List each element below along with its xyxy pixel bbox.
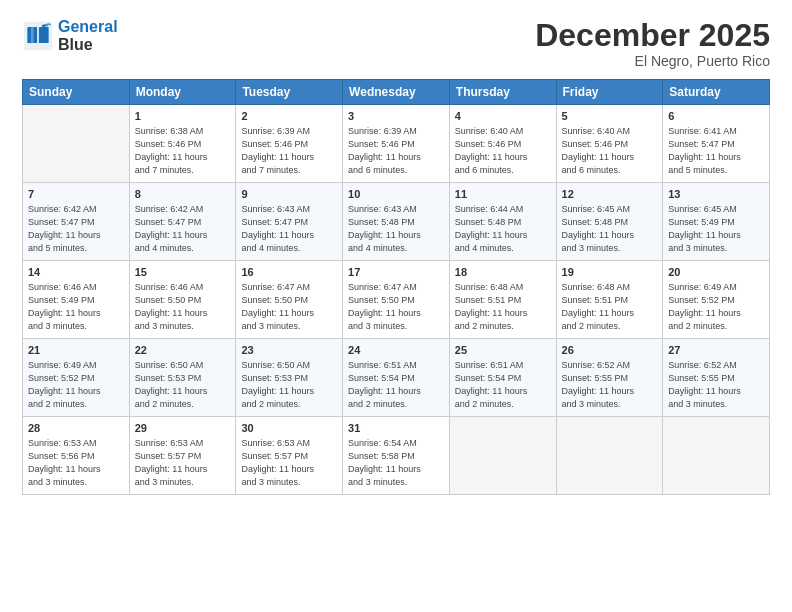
- calendar-cell: 11Sunrise: 6:44 AMSunset: 5:48 PMDayligh…: [449, 183, 556, 261]
- day-number: 9: [241, 187, 337, 202]
- day-number: 28: [28, 421, 124, 436]
- calendar-cell: 12Sunrise: 6:45 AMSunset: 5:48 PMDayligh…: [556, 183, 663, 261]
- logo-icon: [22, 20, 54, 52]
- calendar-cell: [556, 417, 663, 495]
- calendar-cell: 2Sunrise: 6:39 AMSunset: 5:46 PMDaylight…: [236, 105, 343, 183]
- day-number: 8: [135, 187, 231, 202]
- day-info: Sunrise: 6:47 AMSunset: 5:50 PMDaylight:…: [348, 282, 421, 331]
- col-header-saturday: Saturday: [663, 80, 770, 105]
- day-info: Sunrise: 6:47 AMSunset: 5:50 PMDaylight:…: [241, 282, 314, 331]
- col-header-thursday: Thursday: [449, 80, 556, 105]
- day-info: Sunrise: 6:38 AMSunset: 5:46 PMDaylight:…: [135, 126, 208, 175]
- day-info: Sunrise: 6:45 AMSunset: 5:48 PMDaylight:…: [562, 204, 635, 253]
- calendar-cell: 10Sunrise: 6:43 AMSunset: 5:48 PMDayligh…: [343, 183, 450, 261]
- day-number: 23: [241, 343, 337, 358]
- day-info: Sunrise: 6:41 AMSunset: 5:47 PMDaylight:…: [668, 126, 741, 175]
- day-info: Sunrise: 6:50 AMSunset: 5:53 PMDaylight:…: [135, 360, 208, 409]
- day-info: Sunrise: 6:48 AMSunset: 5:51 PMDaylight:…: [455, 282, 528, 331]
- calendar-cell: 21Sunrise: 6:49 AMSunset: 5:52 PMDayligh…: [23, 339, 130, 417]
- calendar-cell: 14Sunrise: 6:46 AMSunset: 5:49 PMDayligh…: [23, 261, 130, 339]
- calendar-cell: 1Sunrise: 6:38 AMSunset: 5:46 PMDaylight…: [129, 105, 236, 183]
- calendar-cell: 13Sunrise: 6:45 AMSunset: 5:49 PMDayligh…: [663, 183, 770, 261]
- calendar-cell: 3Sunrise: 6:39 AMSunset: 5:46 PMDaylight…: [343, 105, 450, 183]
- calendar-cell: 7Sunrise: 6:42 AMSunset: 5:47 PMDaylight…: [23, 183, 130, 261]
- week-row-2: 7Sunrise: 6:42 AMSunset: 5:47 PMDaylight…: [23, 183, 770, 261]
- day-number: 21: [28, 343, 124, 358]
- day-number: 10: [348, 187, 444, 202]
- day-info: Sunrise: 6:42 AMSunset: 5:47 PMDaylight:…: [135, 204, 208, 253]
- day-info: Sunrise: 6:54 AMSunset: 5:58 PMDaylight:…: [348, 438, 421, 487]
- day-info: Sunrise: 6:53 AMSunset: 5:57 PMDaylight:…: [241, 438, 314, 487]
- calendar-cell: 9Sunrise: 6:43 AMSunset: 5:47 PMDaylight…: [236, 183, 343, 261]
- day-info: Sunrise: 6:49 AMSunset: 5:52 PMDaylight:…: [668, 282, 741, 331]
- calendar-cell: 6Sunrise: 6:41 AMSunset: 5:47 PMDaylight…: [663, 105, 770, 183]
- day-number: 17: [348, 265, 444, 280]
- day-number: 12: [562, 187, 658, 202]
- page: General Blue December 2025 El Negro, Pue…: [0, 0, 792, 612]
- calendar-cell: 31Sunrise: 6:54 AMSunset: 5:58 PMDayligh…: [343, 417, 450, 495]
- title-block: December 2025 El Negro, Puerto Rico: [535, 18, 770, 69]
- day-number: 4: [455, 109, 551, 124]
- calendar-cell: 5Sunrise: 6:40 AMSunset: 5:46 PMDaylight…: [556, 105, 663, 183]
- day-info: Sunrise: 6:52 AMSunset: 5:55 PMDaylight:…: [668, 360, 741, 409]
- day-number: 1: [135, 109, 231, 124]
- day-number: 7: [28, 187, 124, 202]
- day-info: Sunrise: 6:40 AMSunset: 5:46 PMDaylight:…: [455, 126, 528, 175]
- col-header-friday: Friday: [556, 80, 663, 105]
- col-header-tuesday: Tuesday: [236, 80, 343, 105]
- calendar-cell: 27Sunrise: 6:52 AMSunset: 5:55 PMDayligh…: [663, 339, 770, 417]
- day-number: 14: [28, 265, 124, 280]
- day-number: 22: [135, 343, 231, 358]
- day-info: Sunrise: 6:49 AMSunset: 5:52 PMDaylight:…: [28, 360, 101, 409]
- logo-text: General Blue: [58, 18, 118, 53]
- day-info: Sunrise: 6:51 AMSunset: 5:54 PMDaylight:…: [455, 360, 528, 409]
- day-number: 5: [562, 109, 658, 124]
- day-info: Sunrise: 6:40 AMSunset: 5:46 PMDaylight:…: [562, 126, 635, 175]
- calendar-cell: 15Sunrise: 6:46 AMSunset: 5:50 PMDayligh…: [129, 261, 236, 339]
- day-number: 6: [668, 109, 764, 124]
- week-row-5: 28Sunrise: 6:53 AMSunset: 5:56 PMDayligh…: [23, 417, 770, 495]
- day-number: 31: [348, 421, 444, 436]
- day-number: 30: [241, 421, 337, 436]
- col-header-monday: Monday: [129, 80, 236, 105]
- calendar-table: SundayMondayTuesdayWednesdayThursdayFrid…: [22, 79, 770, 495]
- week-row-4: 21Sunrise: 6:49 AMSunset: 5:52 PMDayligh…: [23, 339, 770, 417]
- day-number: 27: [668, 343, 764, 358]
- calendar-cell: 22Sunrise: 6:50 AMSunset: 5:53 PMDayligh…: [129, 339, 236, 417]
- day-number: 20: [668, 265, 764, 280]
- day-number: 13: [668, 187, 764, 202]
- day-info: Sunrise: 6:46 AMSunset: 5:49 PMDaylight:…: [28, 282, 101, 331]
- day-info: Sunrise: 6:39 AMSunset: 5:46 PMDaylight:…: [241, 126, 314, 175]
- day-number: 11: [455, 187, 551, 202]
- day-number: 25: [455, 343, 551, 358]
- calendar-cell: 28Sunrise: 6:53 AMSunset: 5:56 PMDayligh…: [23, 417, 130, 495]
- calendar-cell: 20Sunrise: 6:49 AMSunset: 5:52 PMDayligh…: [663, 261, 770, 339]
- calendar-cell: [23, 105, 130, 183]
- day-info: Sunrise: 6:43 AMSunset: 5:48 PMDaylight:…: [348, 204, 421, 253]
- week-row-1: 1Sunrise: 6:38 AMSunset: 5:46 PMDaylight…: [23, 105, 770, 183]
- calendar-cell: 19Sunrise: 6:48 AMSunset: 5:51 PMDayligh…: [556, 261, 663, 339]
- calendar-cell: 16Sunrise: 6:47 AMSunset: 5:50 PMDayligh…: [236, 261, 343, 339]
- day-number: 16: [241, 265, 337, 280]
- header-row: SundayMondayTuesdayWednesdayThursdayFrid…: [23, 80, 770, 105]
- day-info: Sunrise: 6:51 AMSunset: 5:54 PMDaylight:…: [348, 360, 421, 409]
- day-number: 2: [241, 109, 337, 124]
- day-info: Sunrise: 6:48 AMSunset: 5:51 PMDaylight:…: [562, 282, 635, 331]
- week-row-3: 14Sunrise: 6:46 AMSunset: 5:49 PMDayligh…: [23, 261, 770, 339]
- day-number: 26: [562, 343, 658, 358]
- calendar-cell: 23Sunrise: 6:50 AMSunset: 5:53 PMDayligh…: [236, 339, 343, 417]
- svg-rect-2: [39, 27, 49, 43]
- day-info: Sunrise: 6:46 AMSunset: 5:50 PMDaylight:…: [135, 282, 208, 331]
- day-info: Sunrise: 6:52 AMSunset: 5:55 PMDaylight:…: [562, 360, 635, 409]
- day-number: 18: [455, 265, 551, 280]
- calendar-cell: [449, 417, 556, 495]
- col-header-wednesday: Wednesday: [343, 80, 450, 105]
- logo: General Blue: [22, 18, 118, 53]
- calendar-cell: [663, 417, 770, 495]
- calendar-cell: 4Sunrise: 6:40 AMSunset: 5:46 PMDaylight…: [449, 105, 556, 183]
- day-info: Sunrise: 6:43 AMSunset: 5:47 PMDaylight:…: [241, 204, 314, 253]
- location-subtitle: El Negro, Puerto Rico: [535, 53, 770, 69]
- calendar-cell: 24Sunrise: 6:51 AMSunset: 5:54 PMDayligh…: [343, 339, 450, 417]
- day-info: Sunrise: 6:42 AMSunset: 5:47 PMDaylight:…: [28, 204, 101, 253]
- day-number: 19: [562, 265, 658, 280]
